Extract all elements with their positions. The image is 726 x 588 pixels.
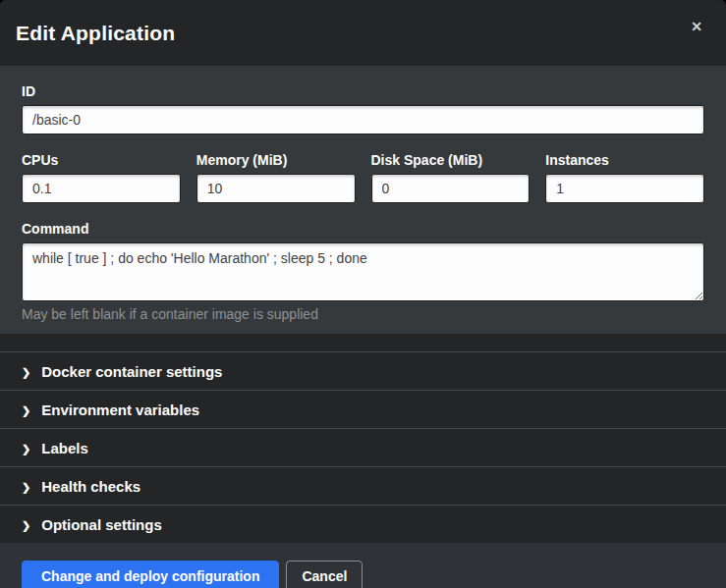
command-help-text: May be left blank if a container image i… (22, 306, 704, 322)
application-form: ID CPUs Memory (MiB) Disk Space (MiB) In… (0, 66, 726, 334)
section-label: Environment variables (41, 401, 199, 418)
modal-footer: Change and deploy configuration Cancel (0, 543, 726, 588)
disk-field-group: Disk Space (MiB) (371, 152, 531, 203)
id-label: ID (22, 83, 704, 99)
instances-label: Instances (545, 152, 704, 168)
section-label: Health checks (41, 478, 140, 495)
modal-header: Edit Application ✕ (0, 0, 726, 66)
resources-row: CPUs Memory (MiB) Disk Space (MiB) Insta… (22, 152, 704, 203)
instances-field-group: Instances (545, 152, 704, 203)
cpus-field-group: CPUs (22, 152, 181, 203)
cpus-input[interactable] (22, 174, 181, 203)
section-labels[interactable]: ❯ Labels (0, 428, 726, 466)
section-label: Docker container settings (41, 363, 222, 380)
section-docker-container-settings[interactable]: ❯ Docker container settings (0, 351, 726, 390)
instances-input[interactable] (545, 174, 704, 203)
chevron-right-icon: ❯ (22, 404, 30, 417)
memory-label: Memory (MiB) (196, 152, 356, 168)
command-field-group: Command while [ true ] ; do echo 'Hello … (22, 221, 704, 322)
close-button[interactable]: ✕ (683, 14, 710, 39)
section-optional-settings[interactable]: ❯ Optional settings (0, 505, 726, 543)
close-icon: ✕ (691, 19, 702, 34)
collapsible-sections: ❯ Docker container settings ❯ Environmen… (0, 334, 726, 543)
disk-input[interactable] (371, 174, 531, 203)
change-and-deploy-button[interactable]: Change and deploy configuration (22, 561, 279, 588)
cpus-label: CPUs (22, 152, 181, 168)
edit-application-modal: Edit Application ✕ ID CPUs Memory (MiB) … (0, 0, 726, 588)
chevron-right-icon: ❯ (22, 443, 30, 455)
section-label: Labels (41, 440, 88, 456)
chevron-right-icon: ❯ (22, 366, 30, 379)
command-label: Command (22, 221, 704, 237)
id-input[interactable] (22, 105, 704, 134)
command-textarea[interactable]: while [ true ] ; do echo 'Hello Marathon… (22, 242, 704, 301)
cancel-button[interactable]: Cancel (286, 561, 363, 588)
chevron-right-icon: ❯ (22, 519, 30, 532)
memory-field-group: Memory (MiB) (196, 152, 356, 203)
section-label: Optional settings (41, 516, 162, 533)
id-field-group: ID (22, 83, 704, 134)
page-title: Edit Application (16, 22, 175, 45)
memory-input[interactable] (196, 174, 356, 203)
disk-label: Disk Space (MiB) (371, 152, 531, 168)
section-health-checks[interactable]: ❯ Health checks (0, 466, 726, 505)
section-environment-variables[interactable]: ❯ Environment variables (0, 390, 726, 428)
chevron-right-icon: ❯ (22, 481, 30, 494)
